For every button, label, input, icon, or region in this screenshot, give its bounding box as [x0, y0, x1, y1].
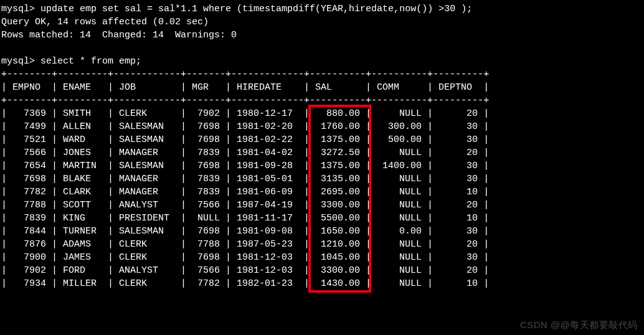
table-row: | 7844 | TURNER | SALESMAN | 7698 | 1981… — [1, 225, 643, 238]
table-row: | 7654 | MARTIN | SALESMAN | 7698 | 1981… — [1, 159, 643, 172]
table-row: | 7902 | FORD | ANALYST | 7566 | 1981-12… — [1, 264, 643, 277]
table-row: | 7566 | JONES | MANAGER | 7839 | 1981-0… — [1, 146, 643, 159]
query-ok-line: Query OK, 14 rows affected (0.02 sec) — [1, 16, 643, 29]
update-command-line[interactable]: mysql> update emp set sal = sal*1.1 wher… — [1, 2, 643, 16]
table-row: | 7839 | KING | PRESIDENT | NULL | 1981-… — [1, 212, 643, 225]
table-row: | 7782 | CLARK | MANAGER | 7839 | 1981-0… — [1, 186, 643, 199]
rows-matched-line: Rows matched: 14 Changed: 14 Warnings: 0 — [1, 29, 643, 42]
result-table: +--------+---------+------------+-------… — [1, 68, 643, 290]
table-row: | 7876 | ADAMS | CLERK | 7788 | 1987-05-… — [1, 238, 643, 251]
table-header-row: | EMPNO | ENAME | JOB | MGR | HIREDATE |… — [1, 81, 643, 94]
select-command: select * from emp; — [40, 56, 141, 67]
table-row: | 7499 | ALLEN | SALESMAN | 7698 | 1981-… — [1, 120, 643, 133]
watermark-text: CSDN @@每天都要敲代码 — [520, 318, 638, 331]
select-command-line[interactable]: mysql> select * from emp; — [1, 55, 643, 68]
table-row: | 7900 | JAMES | CLERK | 7698 | 1981-12-… — [1, 251, 643, 264]
table-row: | 7369 | SMITH | CLERK | 7902 | 1980-12-… — [1, 107, 643, 120]
table-row: | 7698 | BLAKE | MANAGER | 7839 | 1981-0… — [1, 172, 643, 186]
table-border-mid: +--------+---------+------------+-------… — [1, 94, 643, 107]
table-row: | 7788 | SCOTT | ANALYST | 7566 | 1987-0… — [1, 199, 643, 212]
table-row: | 7521 | WARD | SALESMAN | 7698 | 1981-0… — [1, 133, 643, 146]
table-border-top: +--------+---------+------------+-------… — [1, 68, 643, 81]
mysql-prompt: mysql> — [1, 4, 35, 14]
update-command: update emp set sal = sal*1.1 where (time… — [40, 4, 472, 14]
table-row: | 7934 | MILLER | CLERK | 7782 | 1982-01… — [1, 277, 643, 290]
mysql-prompt: mysql> — [1, 56, 35, 67]
blank-line — [1, 42, 643, 55]
